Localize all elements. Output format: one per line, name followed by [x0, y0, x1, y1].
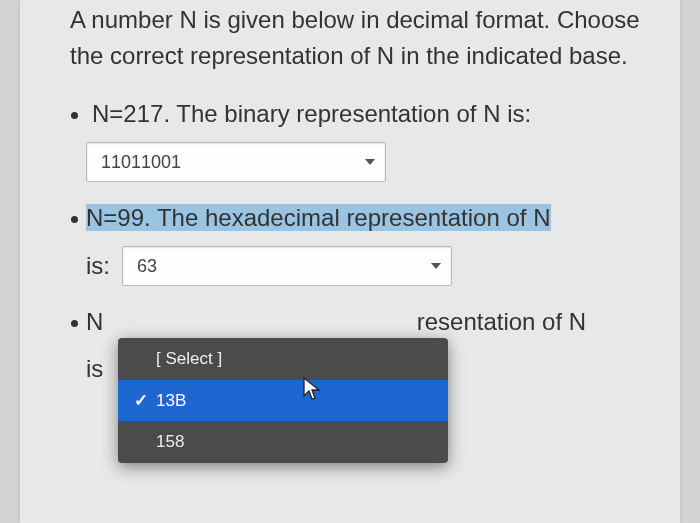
checkmark-icon: ✓ — [134, 388, 148, 414]
question-2: N=99. The hexadecimal representation of … — [92, 200, 652, 286]
dropdown-option-158[interactable]: 158 — [118, 421, 448, 463]
chevron-down-icon — [431, 263, 441, 269]
question-3-is-label: is — [86, 351, 103, 387]
dropdown-option-placeholder-label: [ Select ] — [156, 346, 432, 372]
question-1-text: N=217. The binary representation of N is… — [92, 96, 652, 132]
question-2-is-label: is: — [86, 248, 110, 284]
question-3-dropdown: [ Select ] ✓ 13B 158 — [118, 338, 448, 463]
question-prompt: A number N is given below in decimal for… — [48, 0, 652, 74]
question-2-select[interactable]: 63 — [122, 246, 452, 286]
question-3: N resentation of N is [ Select ] ✓ 13B — [92, 304, 652, 388]
dropdown-option-placeholder[interactable]: [ Select ] — [118, 338, 448, 380]
question-1-select[interactable]: 11011001 — [86, 142, 386, 182]
question-3-leading: N — [86, 308, 103, 335]
question-3-trailing: resentation of N — [417, 308, 586, 335]
dropdown-option-13b[interactable]: ✓ 13B — [118, 380, 448, 422]
question-2-text: N=99. The hexadecimal representation of … — [86, 204, 551, 231]
question-1: N=217. The binary representation of N is… — [92, 96, 652, 182]
dropdown-option-13b-label: 13B — [156, 388, 432, 414]
dropdown-option-158-label: 158 — [156, 429, 432, 455]
question-1-select-value: 11011001 — [101, 149, 181, 176]
chevron-down-icon — [365, 159, 375, 165]
question-2-select-value: 63 — [137, 253, 157, 280]
